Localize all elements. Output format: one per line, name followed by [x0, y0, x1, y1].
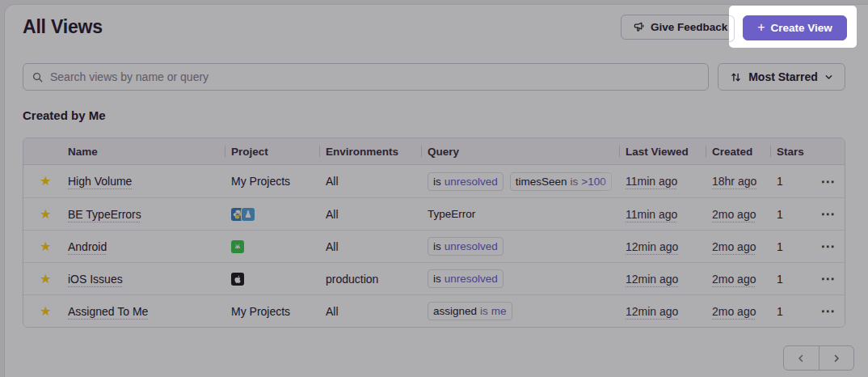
- dim-overlay: [0, 0, 868, 377]
- plus-icon: +: [757, 21, 765, 34]
- create-view-button[interactable]: + Create View: [743, 15, 847, 40]
- all-views-page: All Views Give Feedback + Create View: [0, 0, 868, 377]
- create-view-label: Create View: [771, 22, 832, 34]
